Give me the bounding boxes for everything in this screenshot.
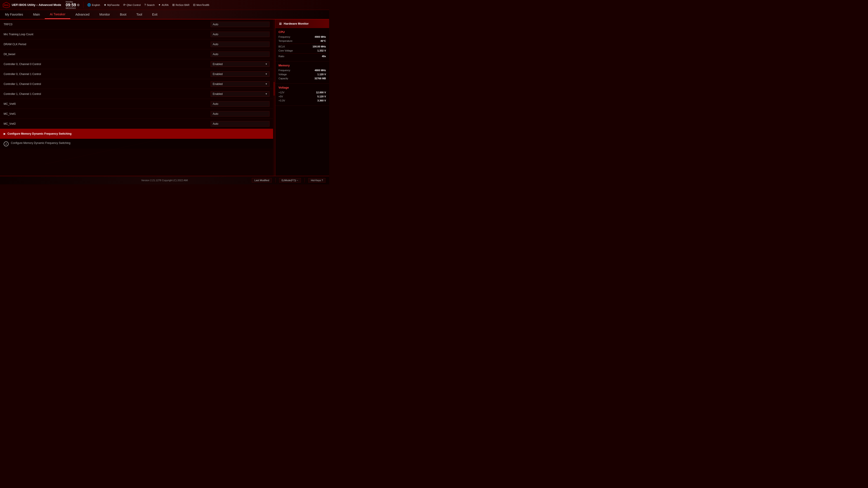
globe-icon: 🌐 xyxy=(87,3,91,6)
hw-mem-capacity-row: Capacity 32768 MB xyxy=(278,77,326,80)
hw-cpu-ratio-value: 49x xyxy=(322,55,326,58)
memtest-icon: ⊟ xyxy=(193,3,195,6)
setting-value-mc-vref0[interactable]: Auto xyxy=(211,101,270,107)
setting-row-mc-vref1[interactable]: MC_Vref1 Auto xyxy=(0,109,273,119)
nav-item-aitweaker[interactable]: Ai Tweaker xyxy=(45,10,70,19)
header-tools: 🌐 English ★ MyFavorite ⟳ Qfan Control ? … xyxy=(87,3,327,6)
tool-myfavorite[interactable]: ★ MyFavorite xyxy=(104,3,120,6)
tool-search[interactable]: ? Search xyxy=(144,3,155,6)
setting-label-ctrl1-ch1: Controller 1, Channel 1 Control xyxy=(4,91,211,97)
setting-label-mrc: Mrc Training Loop Count xyxy=(4,31,211,37)
setting-value-ctrl1-ch0[interactable]: Enabled ▼ xyxy=(211,81,270,87)
dropdown-arrow-2: ▼ xyxy=(265,73,268,75)
setting-row-ctrl0-ch0[interactable]: Controller 0, Channel 0 Control Enabled … xyxy=(0,59,273,69)
setting-value-ctrl1-ch1[interactable]: Enabled ▼ xyxy=(211,91,270,97)
setting-row-trfc0[interactable]: TRFC0 Auto xyxy=(0,20,273,29)
info-icon: i xyxy=(4,141,8,147)
setting-label-configure-memory: Configure Memory Dynamic Frequency Switc… xyxy=(7,131,270,137)
tool-english-label: English xyxy=(92,4,100,6)
hw-33v-row: +3.3V 3.360 V xyxy=(278,99,326,102)
tool-resizebar-label: ReSize BAR xyxy=(176,4,189,6)
logo-area: ROG UEFI BIOS Utility – Advanced Mode xyxy=(3,2,61,8)
nav-item-monitor[interactable]: Monitor xyxy=(94,10,115,19)
gear-icon[interactable]: ⚙ xyxy=(77,3,80,7)
clock-display: 09:59 xyxy=(66,3,76,7)
ezmode-label: EzMode(F7)|→ xyxy=(282,179,298,182)
question-icon: ? xyxy=(144,3,146,6)
date-display: 08/22/2022 xyxy=(66,7,76,9)
setting-row-dram-clk[interactable]: DRAM CLK Period Auto xyxy=(0,39,273,49)
hotkeys-button[interactable]: Hot Keys ? xyxy=(308,178,326,183)
scrollbar[interactable] xyxy=(273,20,275,176)
hw-memory-title: Memory xyxy=(278,64,326,67)
tool-english[interactable]: 🌐 English xyxy=(87,3,100,6)
setting-row-mrc[interactable]: Mrc Training Loop Count Auto xyxy=(0,29,273,39)
scroll-thumb[interactable] xyxy=(274,82,275,96)
hw-33v-value: 3.360 V xyxy=(317,99,326,102)
hw-monitor-title: Hardware Monitor xyxy=(284,22,309,25)
hw-mem-capacity-value: 32768 MB xyxy=(314,77,326,80)
nav-bar: My Favorites Main Ai Tweaker Advanced Mo… xyxy=(0,10,329,20)
hw-cpu-bclk-value: 100.00 MHz xyxy=(313,45,326,48)
fan-icon: ⟳ xyxy=(123,3,126,6)
setting-value-mc-vref1[interactable]: Auto xyxy=(211,111,270,117)
nav-item-tool[interactable]: Tool xyxy=(131,10,147,19)
nav-item-main[interactable]: Main xyxy=(28,10,45,19)
setting-value-mrc[interactable]: Auto xyxy=(211,32,270,37)
setting-label-ctrl0-ch0: Controller 0, Channel 0 Control xyxy=(4,61,211,67)
nav-item-advanced[interactable]: Advanced xyxy=(70,10,94,19)
hw-12v-row: +12V 12.000 V xyxy=(278,91,326,94)
setting-row-configure-memory[interactable]: ▶ Configure Memory Dynamic Frequency Swi… xyxy=(0,129,273,139)
tool-resizebar[interactable]: ⊞ ReSize BAR xyxy=(172,3,189,6)
hw-cpu-ratio-label: Ratio xyxy=(278,55,284,58)
ezmode-button[interactable]: EzMode(F7)|→ xyxy=(279,178,301,183)
hw-cpu-temperature-row: Temperature 46°C xyxy=(278,39,326,42)
setting-label-mc-vref0: MC_Vref0 xyxy=(4,101,211,107)
tool-memtest[interactable]: ⊟ MemTest86 xyxy=(193,3,209,6)
setting-value-ctrl0-ch0[interactable]: Enabled ▼ xyxy=(211,61,270,67)
hw-cpu-temperature-label: Temperature xyxy=(278,39,292,42)
dropdown-arrow: ▼ xyxy=(265,63,268,65)
setting-label-ctrl1-ch0: Controller 1, Channel 0 Control xyxy=(4,81,211,87)
setting-value-mc-vref2[interactable]: Auto xyxy=(211,121,270,127)
hw-cpu-corevoltage-value: 1.332 V xyxy=(317,49,326,52)
content-area: TRFC0 Auto Mrc Training Loop Count Auto … xyxy=(0,20,273,176)
setting-row-ctrl1-ch0[interactable]: Controller 1, Channel 0 Control Enabled … xyxy=(0,79,273,89)
footer: Version 2.21.1278 Copyright (C) 2022 AMI… xyxy=(0,176,329,184)
footer-separator-1 xyxy=(275,178,276,183)
setting-row-mc-vref0[interactable]: MC_Vref0 Auto xyxy=(0,99,273,109)
nav-item-favorites[interactable]: My Favorites xyxy=(0,10,28,19)
hw-mem-voltage-row: Voltage 1.120 V xyxy=(278,73,326,76)
hw-cpu-ratio-row: Ratio 49x xyxy=(278,55,326,58)
dropdown-arrow-3: ▼ xyxy=(265,83,268,85)
aura-icon: ✦ xyxy=(158,3,161,6)
setting-label-mc-vref1: MC_Vref1 xyxy=(4,111,211,117)
tool-aura[interactable]: ✦ AURA xyxy=(158,3,168,6)
setting-row-mc-vref2[interactable]: MC_Vref2 Auto xyxy=(0,119,273,129)
setting-value-ctrl0-ch1[interactable]: Enabled ▼ xyxy=(211,71,270,77)
app-title: UEFI BIOS Utility – Advanced Mode xyxy=(12,3,61,6)
setting-value-dram-clk[interactable]: Auto xyxy=(211,41,270,47)
setting-label-dram-clk: DRAM CLK Period xyxy=(4,41,211,47)
setting-value-dll-bwsel[interactable]: Auto xyxy=(211,52,270,57)
hw-cpu-frequency-row: Frequency 4900 MHz xyxy=(278,35,326,38)
svg-text:ROG: ROG xyxy=(4,4,8,6)
hw-divider-1 xyxy=(278,43,326,44)
setting-row-ctrl0-ch1[interactable]: Controller 0, Channel 1 Control Enabled … xyxy=(0,69,273,79)
date-day: Monday xyxy=(66,1,73,3)
nav-item-exit[interactable]: Exit xyxy=(147,10,162,19)
hardware-monitor-panel: 🖥 Hardware Monitor CPU Frequency 4900 MH… xyxy=(275,20,329,176)
tool-qfan[interactable]: ⟳ Qfan Control xyxy=(123,3,141,6)
hw-cpu-corevoltage-label: Core Voltage xyxy=(278,49,293,52)
nav-item-boot[interactable]: Boot xyxy=(115,10,131,19)
tool-myfavorite-label: MyFavorite xyxy=(107,4,120,6)
hw-33v-label: +3.3V xyxy=(278,99,285,102)
setting-value-trfc0[interactable]: Auto xyxy=(211,22,270,27)
hw-mem-freq-label: Frequency xyxy=(278,69,290,72)
hw-voltage-title: Voltage xyxy=(278,86,326,89)
hw-section-cpu: CPU Frequency 4900 MHz Temperature 46°C … xyxy=(275,28,329,61)
setting-row-ctrl1-ch1[interactable]: Controller 1, Channel 1 Control Enabled … xyxy=(0,89,273,99)
footer-version: Version 2.21.1278 Copyright (C) 2022 AMI xyxy=(141,179,188,182)
setting-row-dll-bwsel[interactable]: Dll_bwsel Auto xyxy=(0,49,273,59)
last-modified-button[interactable]: Last Modified xyxy=(252,178,272,183)
